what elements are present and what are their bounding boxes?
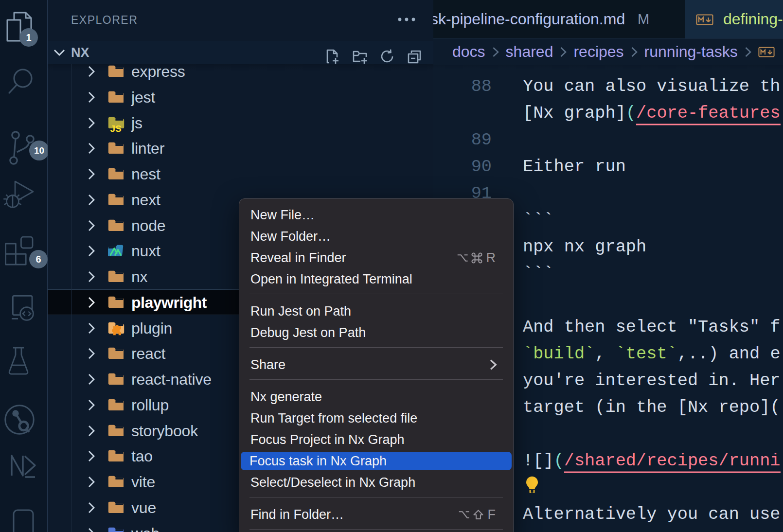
svg-text:JS: JS (110, 123, 122, 133)
